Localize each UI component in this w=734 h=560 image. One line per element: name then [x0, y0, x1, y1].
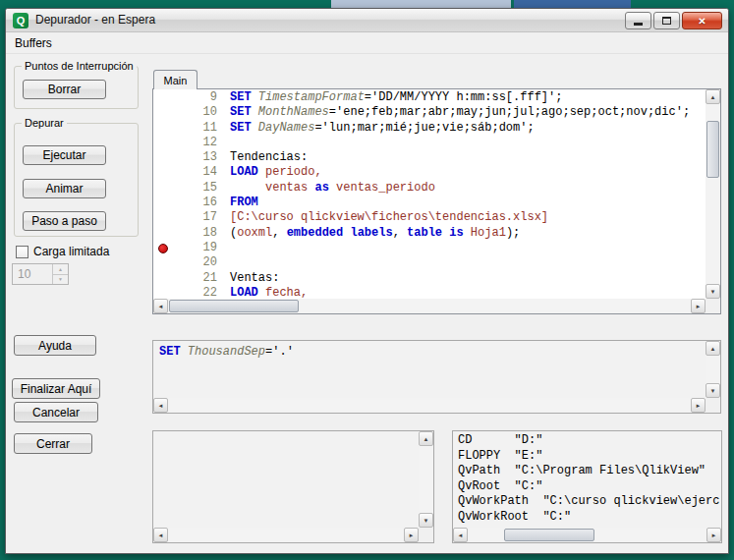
code-line[interactable]: 16FROM: [153, 196, 706, 210]
scroll-up-icon[interactable]: ▲: [706, 341, 720, 356]
tab-main-label: Main: [164, 75, 188, 86]
minimize-button[interactable]: [625, 12, 651, 29]
close-button[interactable]: ✕: [682, 12, 722, 29]
status-text: SET ThousandSep='.': [159, 345, 294, 359]
scroll-right-icon[interactable]: ►: [404, 528, 419, 542]
line-number: 9: [153, 90, 222, 105]
line-number-gutter[interactable]: 10: [153, 105, 222, 120]
scroll-up-icon[interactable]: ▲: [419, 431, 433, 446]
run-button[interactable]: Ejecutar: [23, 145, 106, 165]
spinner-up-icon[interactable]: ▲: [53, 264, 68, 275]
code-text: (ooxml, embedded labels, table is Hoja1)…: [222, 226, 520, 241]
current-statement-panel: SET ThousandSep='.' ▲ ▼ ◄ ►: [152, 340, 721, 414]
code-segment: SET: [230, 121, 252, 135]
code-segment: LOAD: [230, 286, 258, 299]
code-line[interactable]: 19: [153, 241, 706, 255]
code-line[interactable]: 17[C:\curso qlickview\ficheros\tendencia…: [153, 210, 706, 225]
close-dialog-button[interactable]: Cerrar: [14, 433, 92, 454]
line-number-gutter[interactable]: 17: [153, 210, 222, 225]
line-number-gutter[interactable]: 16: [153, 196, 222, 210]
debug-group-label: Depurar: [22, 117, 67, 129]
scroll-up-icon[interactable]: ▲: [706, 89, 720, 104]
finish-here-button[interactable]: Finalizar Aquí: [12, 378, 100, 399]
limited-load-checkbox[interactable]: Carga limitada: [16, 245, 109, 258]
line-number-gutter[interactable]: 19: [153, 241, 222, 255]
scroll-left-icon[interactable]: ◄: [153, 528, 168, 542]
scroll-right-icon[interactable]: ►: [691, 299, 706, 313]
editor-vscroll-thumb[interactable]: [706, 121, 719, 178]
breakpoint-icon[interactable]: [158, 244, 168, 253]
editor-vertical-scrollbar[interactable]: ▲ ▼: [706, 89, 720, 299]
status-vertical-scrollbar[interactable]: ▲ ▼: [706, 341, 720, 398]
code-line[interactable]: 11SET DayNames='lun;mar;mié;jue;vie;sáb;…: [153, 121, 706, 136]
animate-button[interactable]: Animar: [23, 179, 106, 198]
line-number-gutter[interactable]: 21: [153, 271, 222, 286]
code-segment: [181, 345, 188, 359]
limited-load-label: Carga limitada: [33, 245, 109, 258]
clear-breakpoints-button[interactable]: Borrar: [23, 80, 106, 99]
watch-hscroll-thumb[interactable]: [504, 529, 594, 541]
scroll-right-icon[interactable]: ►: [706, 528, 721, 542]
close-icon: ✕: [698, 16, 706, 27]
code-line[interactable]: 10SET MonthNames='ene;feb;mar;abr;may;ju…: [153, 105, 706, 120]
line-number-gutter[interactable]: 9: [153, 90, 222, 105]
code-line[interactable]: 21Ventas:: [153, 271, 706, 286]
cancel-button[interactable]: Cancelar: [14, 402, 98, 422]
scroll-left-icon[interactable]: ◄: [453, 528, 468, 542]
line-number-gutter[interactable]: 12: [153, 136, 222, 150]
line-number-gutter[interactable]: 11: [153, 121, 222, 136]
scrollbar-corner: [706, 398, 720, 413]
titlebar[interactable]: Q Depurador - en Espera ✕: [6, 9, 728, 32]
watch-variable-row: CD "D:": [458, 433, 720, 449]
limited-load-spinner[interactable]: 10 ▲ ▼: [12, 263, 69, 285]
tab-main[interactable]: Main: [153, 70, 198, 89]
scroll-left-icon[interactable]: ◄: [153, 398, 168, 413]
spinner-down-icon[interactable]: ▼: [53, 275, 68, 285]
code-line[interactable]: 20: [153, 255, 706, 270]
line-number-gutter[interactable]: 13: [153, 150, 222, 165]
watch-lines: CD "D:"FLOPPY "E:"QvPath "C:\Program Fil…: [458, 433, 720, 528]
scroll-down-icon[interactable]: ▼: [419, 513, 433, 528]
output-vertical-scrollbar[interactable]: ▲ ▼: [419, 431, 433, 528]
checkbox-icon[interactable]: [16, 246, 28, 258]
code-line[interactable]: 22LOAD fecha,: [153, 286, 706, 299]
line-number-gutter[interactable]: 15: [153, 181, 222, 196]
help-button[interactable]: Ayuda: [14, 335, 96, 356]
line-number-gutter[interactable]: 20: [153, 255, 222, 270]
code-segment: ='.': [265, 345, 294, 359]
scroll-down-icon[interactable]: ▼: [706, 284, 720, 299]
watch-variable-row: FLOPPY "E:": [458, 449, 720, 465]
code-line[interactable]: 13Tendencias:: [153, 150, 706, 165]
code-segment: Hoja1: [464, 226, 506, 240]
step-by-step-button[interactable]: Paso a paso: [23, 211, 106, 231]
scroll-left-icon[interactable]: ◄: [153, 299, 168, 313]
scroll-right-icon[interactable]: ►: [691, 398, 706, 413]
maximize-button[interactable]: [653, 12, 680, 29]
code-segment: table is: [407, 226, 464, 240]
watch-horizontal-scrollbar[interactable]: ◄ ►: [453, 528, 721, 542]
line-number: 15: [153, 181, 222, 196]
editor-hscroll-thumb[interactable]: [169, 300, 299, 312]
code-segment: SET: [159, 345, 181, 359]
spinner-buttons: ▲ ▼: [52, 264, 68, 284]
code-line[interactable]: 15 ventas as ventas_periodo: [153, 181, 706, 196]
scrollbar-corner: [419, 528, 433, 542]
line-number-gutter[interactable]: 14: [153, 165, 222, 180]
watch-variable-row: QvWorkPath "C:\curso qlickview\ejerc: [458, 494, 720, 510]
editor-horizontal-scrollbar[interactable]: ◄ ►: [153, 299, 706, 313]
breakpoints-group: Puntos de Interrupción Borrar: [14, 66, 139, 109]
code-segment: TimestampFormat: [258, 90, 365, 104]
menu-item-buffers[interactable]: Buffers: [6, 34, 61, 52]
code-line[interactable]: 9SET TimestampFormat='DD/MM/YYYY h:mm:ss…: [153, 90, 706, 105]
scroll-down-icon[interactable]: ▼: [706, 383, 720, 398]
code-line[interactable]: 12: [153, 136, 706, 150]
code-line[interactable]: 14LOAD periodo,: [153, 165, 706, 180]
output-horizontal-scrollbar[interactable]: ◄ ►: [153, 528, 419, 542]
line-number-gutter[interactable]: 18: [153, 226, 222, 241]
status-horizontal-scrollbar[interactable]: ◄ ►: [153, 398, 706, 413]
script-editor[interactable]: 9SET TimestampFormat='DD/MM/YYYY h:mm:ss…: [152, 88, 721, 314]
window-title: Depurador - en Espera: [35, 9, 155, 31]
breakpoints-group-label: Puntos de Interrupción: [22, 60, 137, 72]
line-number-gutter[interactable]: 22: [153, 286, 222, 299]
code-line[interactable]: 18(ooxml, embedded labels, table is Hoja…: [153, 226, 706, 241]
